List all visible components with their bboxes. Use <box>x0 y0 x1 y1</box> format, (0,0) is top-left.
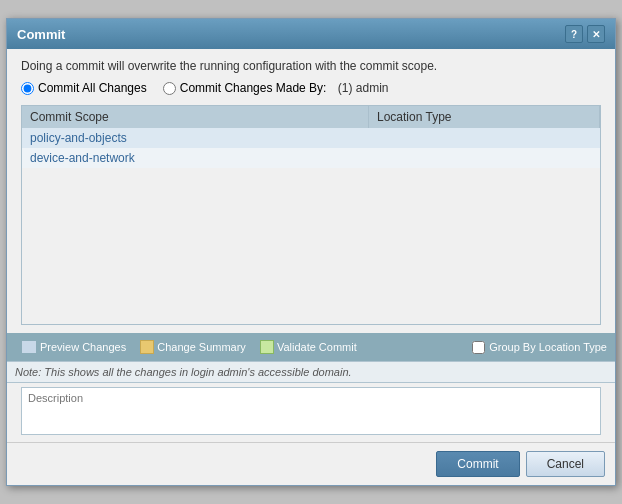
commit-scope-table: Commit Scope Location Type policy-and-ob… <box>22 106 600 168</box>
validate-label: Validate Commit <box>277 341 357 353</box>
preview-changes-button[interactable]: Preview Changes <box>15 338 132 356</box>
group-by-checkbox[interactable] <box>472 341 485 354</box>
table-row[interactable]: policy-and-objects <box>22 128 600 148</box>
dialog-title: Commit <box>17 27 65 42</box>
toolbar-left: Preview Changes Change Summary Validate … <box>15 338 363 356</box>
commit-all-radio[interactable] <box>21 82 34 95</box>
commit-dialog: Commit ? ✕ Doing a commit will overwrite… <box>6 18 616 486</box>
col-header-location: Location Type <box>369 106 600 128</box>
preview-label: Preview Changes <box>40 341 126 353</box>
preview-icon <box>21 340 37 354</box>
group-by-label: Group By Location Type <box>489 341 607 353</box>
radio-row: Commit All Changes Commit Changes Made B… <box>21 81 601 95</box>
title-bar: Commit ? ✕ <box>7 19 615 49</box>
scope-cell: policy-and-objects <box>22 128 369 148</box>
description-container <box>7 383 615 442</box>
commit-by-label: Commit Changes Made By: <box>180 81 327 95</box>
toolbar-right: Group By Location Type <box>472 341 607 354</box>
summary-icon <box>140 340 154 354</box>
validate-icon <box>260 340 274 354</box>
note-text: Note: This shows all the changes in logi… <box>15 366 352 378</box>
commit-all-label: Commit All Changes <box>38 81 147 95</box>
summary-label: Change Summary <box>157 341 246 353</box>
close-button[interactable]: ✕ <box>587 25 605 43</box>
scope-cell: device-and-network <box>22 148 369 168</box>
commit-by-radio-label[interactable]: Commit Changes Made By: (1) admin <box>163 81 389 95</box>
description-input[interactable] <box>21 387 601 435</box>
cancel-button[interactable]: Cancel <box>526 451 605 477</box>
commit-scope-table-container: Commit Scope Location Type policy-and-ob… <box>21 105 601 325</box>
bottom-bar: Commit Cancel <box>7 442 615 485</box>
table-row[interactable]: device-and-network <box>22 148 600 168</box>
commit-by-suffix: (1) admin <box>338 81 389 95</box>
dialog-body: Doing a commit will overwrite the runnin… <box>7 49 615 333</box>
validate-commit-button[interactable]: Validate Commit <box>254 338 363 356</box>
col-header-scope: Commit Scope <box>22 106 369 128</box>
group-by-checkbox-group[interactable]: Group By Location Type <box>472 341 607 354</box>
location-cell <box>369 128 600 148</box>
help-button[interactable]: ? <box>565 25 583 43</box>
toolbar: Preview Changes Change Summary Validate … <box>7 333 615 361</box>
commit-button[interactable]: Commit <box>436 451 519 477</box>
change-summary-button[interactable]: Change Summary <box>134 338 252 356</box>
info-text: Doing a commit will overwrite the runnin… <box>21 59 601 73</box>
note-bar: Note: This shows all the changes in logi… <box>7 361 615 383</box>
location-cell <box>369 148 600 168</box>
commit-all-radio-label[interactable]: Commit All Changes <box>21 81 147 95</box>
commit-by-radio[interactable] <box>163 82 176 95</box>
title-bar-icons: ? ✕ <box>565 25 605 43</box>
